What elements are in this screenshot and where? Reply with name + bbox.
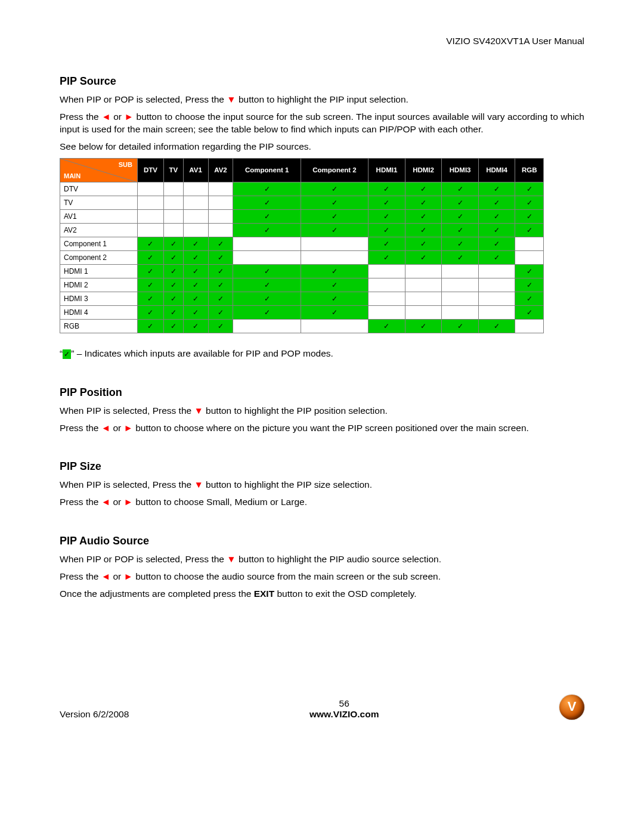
- table-cell-empty: [233, 250, 301, 264]
- pip-audio-p2: Press the ◄ or ► button to choose the au…: [60, 571, 584, 583]
- table-column-header: Component 2: [301, 158, 368, 182]
- footer-version: Version 6/2/2008: [60, 709, 129, 720]
- table-cell-check: ✓: [369, 250, 405, 264]
- table-cell-empty: [478, 292, 515, 305]
- table-cell-empty: [515, 319, 544, 333]
- page-content: VIZIO SV420XVT1A User Manual PIP Source …: [60, 36, 584, 627]
- pip-legend: “✓” – Indicates which inputs are availab…: [60, 348, 584, 360]
- table-cell-empty: [405, 264, 442, 278]
- table-cell-empty: [138, 223, 164, 237]
- table-cell-check: ✓: [442, 182, 479, 196]
- table-cell-empty: [369, 305, 405, 319]
- table-cell-check: ✓: [369, 237, 405, 250]
- table-cell-empty: [163, 223, 183, 237]
- table-row: Component 1✓✓✓✓✓✓✓✓: [60, 237, 544, 250]
- table-cell-empty: [442, 305, 479, 319]
- table-row: HDMI 2✓✓✓✓✓✓✓: [60, 278, 544, 292]
- table-cell-check: ✓: [301, 264, 368, 278]
- table-cell-empty: [183, 196, 208, 209]
- table-cell-empty: [163, 182, 183, 196]
- table-cell-check: ✓: [138, 250, 164, 264]
- table-row: TV✓✓✓✓✓✓✓: [60, 196, 544, 209]
- down-arrow-icon: ▼: [227, 554, 236, 564]
- left-arrow-icon: ◄: [101, 423, 110, 433]
- table-cell-check: ✓: [478, 182, 515, 196]
- table-cell-check: ✓: [233, 196, 301, 209]
- table-cell-check: ✓: [208, 292, 233, 305]
- left-arrow-icon: ◄: [101, 112, 110, 122]
- table-cell-empty: [442, 292, 479, 305]
- table-cell-check: ✓: [183, 319, 208, 333]
- pip-audio-p1: When PIP or POP is selected, Press the ▼…: [60, 553, 584, 566]
- table-cell-check: ✓: [442, 237, 479, 250]
- table-cell-check: ✓: [405, 209, 442, 223]
- right-arrow-icon: ►: [124, 497, 133, 507]
- table-cell-check: ✓: [233, 305, 301, 319]
- table-cell-empty: [515, 237, 544, 250]
- table-cell-check: ✓: [183, 264, 208, 278]
- table-cell-check: ✓: [233, 292, 301, 305]
- table-cell-check: ✓: [369, 209, 405, 223]
- table-row-label: AV2: [60, 223, 138, 237]
- table-cell-check: ✓: [515, 305, 544, 319]
- table-cell-check: ✓: [138, 264, 164, 278]
- table-cell-check: ✓: [163, 305, 183, 319]
- table-cell-check: ✓: [183, 278, 208, 292]
- table-cell-empty: [478, 305, 515, 319]
- table-cell-empty: [138, 209, 164, 223]
- section-pip-size: PIP Size When PIP is selected, Press the…: [60, 460, 584, 509]
- table-cell-check: ✓: [369, 196, 405, 209]
- table-cell-check: ✓: [442, 223, 479, 237]
- table-cell-check: ✓: [442, 250, 479, 264]
- pip-size-p2: Press the ◄ or ► button to choose Small,…: [60, 496, 584, 509]
- table-cell-check: ✓: [183, 292, 208, 305]
- table-cell-empty: [208, 209, 233, 223]
- table-cell-check: ✓: [183, 305, 208, 319]
- table-column-header: AV2: [208, 158, 233, 182]
- table-row: RGB✓✓✓✓✓✓✓✓: [60, 319, 544, 333]
- table-cell-check: ✓: [369, 223, 405, 237]
- table-cell-check: ✓: [138, 237, 164, 250]
- table-cell-check: ✓: [138, 305, 164, 319]
- heading-pip-audio: PIP Audio Source: [60, 535, 584, 547]
- table-cell-check: ✓: [478, 223, 515, 237]
- table-cell-check: ✓: [515, 182, 544, 196]
- table-column-header: RGB: [515, 158, 544, 182]
- table-cell-check: ✓: [233, 209, 301, 223]
- down-arrow-icon: ▼: [194, 405, 203, 416]
- table-cell-check: ✓: [183, 250, 208, 264]
- table-cell-check: ✓: [515, 209, 544, 223]
- table-cell-check: ✓: [301, 182, 368, 196]
- table-cell-check: ✓: [163, 278, 183, 292]
- table-cell-check: ✓: [478, 319, 515, 333]
- table-cell-empty: [183, 182, 208, 196]
- table-cell-check: ✓: [163, 237, 183, 250]
- table-row-label: Component 2: [60, 250, 138, 264]
- table-cell-check: ✓: [405, 182, 442, 196]
- table-cell-empty: [405, 292, 442, 305]
- table-row: AV1✓✓✓✓✓✓✓: [60, 209, 544, 223]
- table-cell-check: ✓: [515, 264, 544, 278]
- table-cell-check: ✓: [405, 237, 442, 250]
- table-cell-empty: [301, 250, 368, 264]
- table-row: HDMI 3✓✓✓✓✓✓✓: [60, 292, 544, 305]
- table-cell-check: ✓: [208, 264, 233, 278]
- page-footer: Version 6/2/2008 56 www.VIZIO.com: [60, 695, 584, 720]
- table-column-header: Component 1: [233, 158, 301, 182]
- left-arrow-icon: ◄: [101, 571, 110, 581]
- table-cell-check: ✓: [163, 292, 183, 305]
- table-cell-check: ✓: [442, 209, 479, 223]
- table-cell-check: ✓: [233, 182, 301, 196]
- table-cell-empty: [208, 223, 233, 237]
- pip-source-p2: Press the ◄ or ► button to choose the in…: [60, 111, 584, 136]
- table-cell-check: ✓: [233, 278, 301, 292]
- table-cell-check: ✓: [208, 319, 233, 333]
- section-pip-source: PIP Source When PIP or POP is selected, …: [60, 75, 584, 360]
- section-pip-audio: PIP Audio Source When PIP or POP is sele…: [60, 535, 584, 600]
- footer-url: www.VIZIO.com: [129, 709, 559, 720]
- table-cell-check: ✓: [138, 278, 164, 292]
- table-cell-empty: [442, 264, 479, 278]
- right-arrow-icon: ►: [125, 112, 134, 122]
- table-cell-check: ✓: [208, 237, 233, 250]
- table-cell-check: ✓: [405, 196, 442, 209]
